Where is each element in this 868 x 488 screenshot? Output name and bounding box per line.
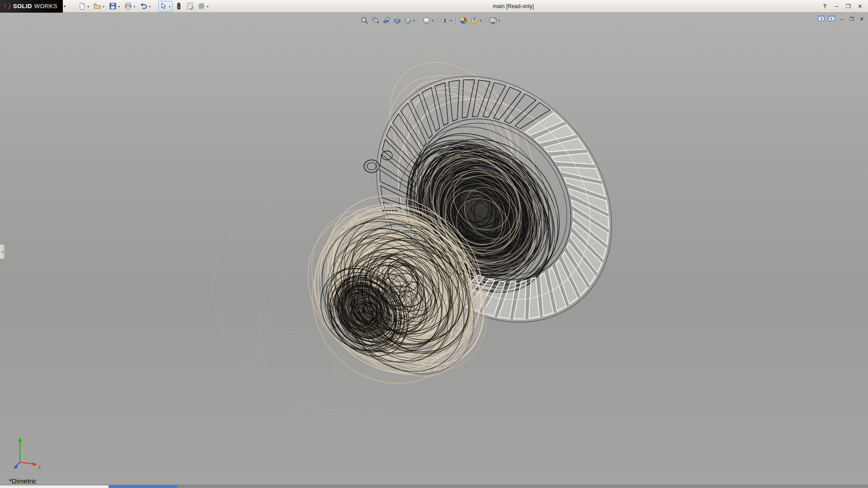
- heads-up-view-toolbar: ▾▾▾▾▾: [359, 15, 502, 25]
- apply-scene-icon: [470, 16, 479, 25]
- taskbar-edge: [0, 485, 868, 488]
- doc-restore-icon: ❐: [849, 17, 854, 22]
- zoom-to-fit-icon: [360, 16, 369, 25]
- dassault-logo-icon: [4, 3, 11, 10]
- save-icon: [108, 2, 117, 10]
- left-panel-collapse-handle[interactable]: ◂: [0, 244, 5, 259]
- help-button[interactable]: ?: [821, 4, 828, 9]
- doc-minimize-icon: –: [840, 17, 843, 22]
- rebuild-button[interactable]: [174, 1, 184, 12]
- orientation-triad: x: [12, 436, 44, 470]
- zoom-to-area-button[interactable]: [370, 15, 380, 25]
- view-orientation-button[interactable]: ▾: [403, 15, 416, 25]
- display-style-icon: [422, 16, 431, 25]
- titlebar: SOLIDWORKS ▸ ▾▾▾▾▾▾▾ main [Read-only] ?–…: [0, 0, 868, 13]
- window-title: main [Read-only]: [212, 3, 815, 9]
- window-controls: ?–❐✕: [815, 4, 868, 9]
- triad-x-arrowhead: [33, 462, 37, 466]
- undo-dropdown-icon[interactable]: ▾: [148, 4, 152, 9]
- select-dropdown-icon[interactable]: ▾: [168, 4, 172, 9]
- save-dropdown-icon[interactable]: ▾: [117, 4, 121, 9]
- window-previous-button[interactable]: [818, 16, 825, 22]
- edit-appearance-icon: [459, 16, 468, 25]
- save-button[interactable]: ▾: [108, 1, 122, 12]
- open-document-button[interactable]: ▾: [92, 1, 107, 12]
- file-properties-icon: [186, 2, 194, 10]
- window-next-icon: [828, 15, 835, 23]
- brand-solid: SOLID: [13, 3, 32, 9]
- new-document-dropdown-icon[interactable]: ▾: [86, 4, 90, 9]
- solidworks-window: SOLIDWORKS ▸ ▾▾▾▾▾▾▾ main [Read-only] ?–…: [0, 0, 868, 488]
- doc-close-button[interactable]: ✕: [859, 16, 865, 22]
- file-properties-button[interactable]: [185, 1, 195, 12]
- toolbar-separator: [485, 17, 486, 24]
- undo-button[interactable]: ▾: [138, 1, 153, 12]
- close-button[interactable]: ✕: [857, 4, 863, 9]
- doc-minimize-button[interactable]: –: [839, 16, 845, 22]
- previous-view-button[interactable]: [381, 15, 391, 25]
- select-button[interactable]: ▾: [158, 1, 173, 12]
- view-orientation-dropdown-icon[interactable]: ▾: [412, 18, 416, 23]
- options-icon: [197, 2, 206, 10]
- view-settings-icon: [488, 16, 497, 25]
- collapse-arrow-icon: ◂: [1, 250, 3, 253]
- document-window-controls: –❐✕: [818, 16, 865, 22]
- taskbar-segment-light: [0, 485, 108, 488]
- triad-x-axis: [20, 462, 33, 464]
- open-document-dropdown-icon[interactable]: ▾: [102, 4, 106, 9]
- apply-scene-button[interactable]: ▾: [469, 15, 483, 25]
- new-document-button[interactable]: ▾: [77, 1, 91, 12]
- window-previous-icon: [818, 15, 825, 23]
- previous-view-icon: [382, 16, 391, 25]
- display-style-dropdown-icon[interactable]: ▾: [431, 18, 434, 23]
- section-view-button[interactable]: [392, 15, 402, 25]
- turbine-model-wireframe[interactable]: [0, 13, 868, 485]
- doc-close-icon: ✕: [859, 17, 863, 22]
- zoom-to-area-icon: [371, 16, 380, 25]
- toolbar-separator: [437, 17, 438, 24]
- hide-show-items-button[interactable]: ▾: [440, 15, 453, 25]
- restore-button[interactable]: ❐: [845, 4, 852, 9]
- toolbar-separator: [456, 17, 456, 24]
- edit-appearance-button[interactable]: [458, 15, 468, 25]
- undo-icon: [139, 2, 148, 10]
- open-document-icon: [93, 2, 102, 10]
- print-dropdown-icon[interactable]: ▾: [132, 4, 137, 9]
- minimize-button[interactable]: –: [833, 4, 840, 9]
- view-orientation-icon: [403, 16, 412, 25]
- view-settings-button[interactable]: ▾: [488, 15, 501, 25]
- options-dropdown-icon[interactable]: ▾: [206, 4, 210, 9]
- toolbar-separator: [419, 17, 419, 24]
- options-button[interactable]: ▾: [196, 1, 211, 12]
- brand-works: WORKS: [34, 3, 57, 9]
- window-next-button[interactable]: [828, 16, 835, 22]
- select-icon: [159, 2, 168, 10]
- print-button[interactable]: ▾: [123, 1, 137, 12]
- apply-scene-dropdown-icon[interactable]: ▾: [479, 18, 482, 23]
- hide-show-items-dropdown-icon[interactable]: ▾: [449, 18, 453, 23]
- taskbar-segment-active[interactable]: [108, 485, 177, 488]
- triad-y-arrowhead: [18, 437, 22, 441]
- display-style-button[interactable]: ▾: [421, 15, 435, 25]
- taskbar-segment-rest: [177, 485, 868, 488]
- new-document-icon: [78, 2, 86, 10]
- print-icon: [124, 2, 132, 10]
- section-view-icon: [392, 16, 401, 25]
- rebuild-icon: [175, 2, 183, 10]
- view-settings-dropdown-icon[interactable]: ▾: [497, 18, 501, 23]
- hide-show-items-icon: [440, 16, 449, 25]
- solidworks-logo: SOLIDWORKS: [0, 0, 63, 13]
- titlebar-toolbar: ▾▾▾▾▾▾▾: [77, 1, 212, 12]
- view-orientation-status: *Dimetric: [9, 477, 37, 485]
- graphics-area[interactable]: ▾▾▾▾▾ –❐✕ ◂ x *Dimetric: [0, 13, 868, 485]
- doc-restore-button[interactable]: ❐: [849, 16, 855, 22]
- zoom-to-fit-button[interactable]: [359, 15, 369, 25]
- logo-flyout-arrow-icon[interactable]: ▸: [64, 4, 66, 8]
- triad-x-label: x: [38, 465, 41, 469]
